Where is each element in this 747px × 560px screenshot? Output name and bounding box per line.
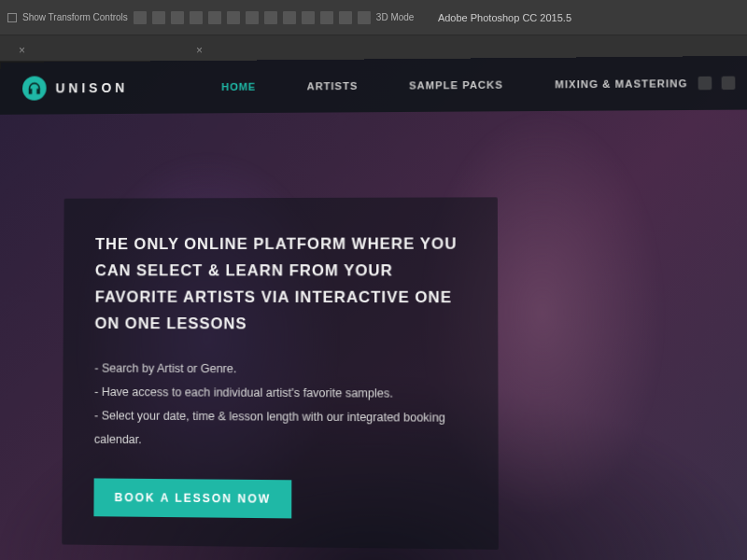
doc-tab-close-icon[interactable]: × bbox=[196, 44, 205, 53]
hero-headline: THE ONLY ONLINE PLATFORM WHERE YOU CAN S… bbox=[95, 230, 466, 337]
distribute-icon[interactable] bbox=[246, 11, 259, 24]
nav-utility-icons bbox=[698, 77, 736, 91]
site-navbar: UNISON HOME ARTISTS SAMPLE PACKS MIXING … bbox=[0, 56, 747, 115]
distribute-icon[interactable] bbox=[283, 11, 296, 24]
nav-sample-packs[interactable]: SAMPLE PACKS bbox=[409, 79, 503, 91]
list-item: - Have access to each individual artist'… bbox=[94, 381, 465, 407]
brand-wordmark[interactable]: UNISON bbox=[55, 80, 128, 96]
align-icon[interactable] bbox=[208, 11, 221, 24]
mode-3d-label: 3D Mode bbox=[376, 12, 415, 22]
distribute-icon[interactable] bbox=[264, 11, 277, 24]
option-transform-controls: Show Transform Controls bbox=[22, 12, 128, 22]
headphones-logo-icon[interactable] bbox=[22, 76, 47, 100]
align-icon[interactable] bbox=[171, 11, 184, 24]
distribute-icon[interactable] bbox=[320, 11, 333, 24]
distribute-icon[interactable] bbox=[302, 11, 315, 24]
checkbox-icon[interactable] bbox=[7, 13, 17, 22]
cart-icon[interactable] bbox=[722, 77, 736, 91]
primary-nav: HOME ARTISTS SAMPLE PACKS MIXING & MASTE… bbox=[221, 77, 687, 92]
align-icon[interactable] bbox=[134, 11, 147, 24]
list-item: - Search by Artist or Genre. bbox=[94, 357, 465, 383]
nav-mixing-mastering[interactable]: MIXING & MASTERING bbox=[555, 77, 687, 90]
mode-3d-icon[interactable] bbox=[358, 11, 371, 24]
doc-tab-close-icon[interactable]: × bbox=[19, 44, 28, 53]
hero-bullets: - Search by Artist or Genre. - Have acce… bbox=[94, 357, 466, 455]
search-icon[interactable] bbox=[698, 77, 712, 91]
hero-section: THE ONLY ONLINE PLATFORM WHERE YOU CAN S… bbox=[0, 109, 747, 553]
nav-home[interactable]: HOME bbox=[221, 81, 256, 92]
app-title: Adobe Photoshop CC 2015.5 bbox=[438, 12, 571, 23]
list-item: - Select your date, time & lesson length… bbox=[94, 404, 466, 455]
photoshop-options-bar: Show Transform Controls 3D Mode Adobe Ph… bbox=[0, 0, 747, 35]
nav-artists[interactable]: ARTISTS bbox=[307, 80, 359, 92]
book-lesson-button[interactable]: BOOK A LESSON NOW bbox=[93, 479, 291, 519]
align-icon[interactable] bbox=[190, 11, 203, 24]
align-icon[interactable] bbox=[152, 11, 165, 24]
hero-card: THE ONLY ONLINE PLATFORM WHERE YOU CAN S… bbox=[62, 197, 499, 550]
design-canvas: UNISON HOME ARTISTS SAMPLE PACKS MIXING … bbox=[0, 56, 747, 560]
distribute-icon[interactable] bbox=[339, 11, 352, 24]
align-icon[interactable] bbox=[227, 11, 240, 24]
